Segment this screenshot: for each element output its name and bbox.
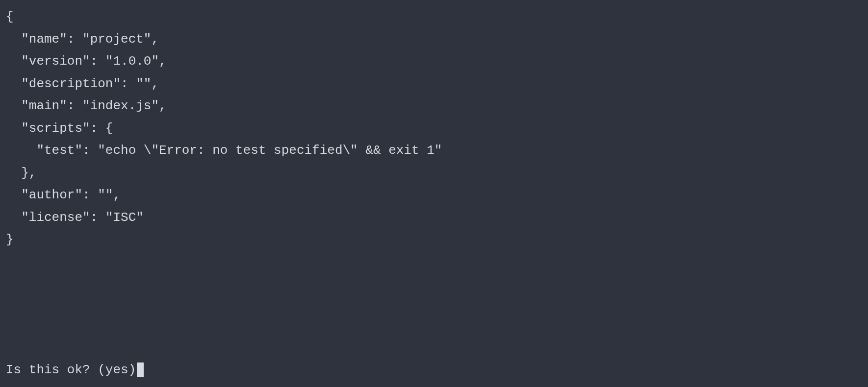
terminal-output: { "name": "project", "version": "1.0.0",… [6, 6, 862, 251]
json-line: "scripts": { [6, 121, 113, 136]
json-line: "version": "1.0.0", [6, 54, 167, 69]
json-line: "main": "index.js", [6, 98, 167, 113]
json-line: "license": "ISC" [6, 210, 144, 225]
json-line: "description": "", [6, 76, 159, 91]
json-line: "author": "", [6, 188, 121, 202]
prompt-text: Is this ok? (yes) [6, 359, 136, 382]
json-line: "name": "project", [6, 32, 159, 47]
cursor-icon [137, 363, 144, 377]
json-line: "test": "echo \"Error: no test specified… [6, 143, 442, 158]
json-line: { [6, 9, 14, 24]
json-line: } [6, 232, 14, 247]
terminal-prompt-line[interactable]: Is this ok? (yes) [6, 359, 144, 382]
json-line: }, [6, 166, 36, 180]
